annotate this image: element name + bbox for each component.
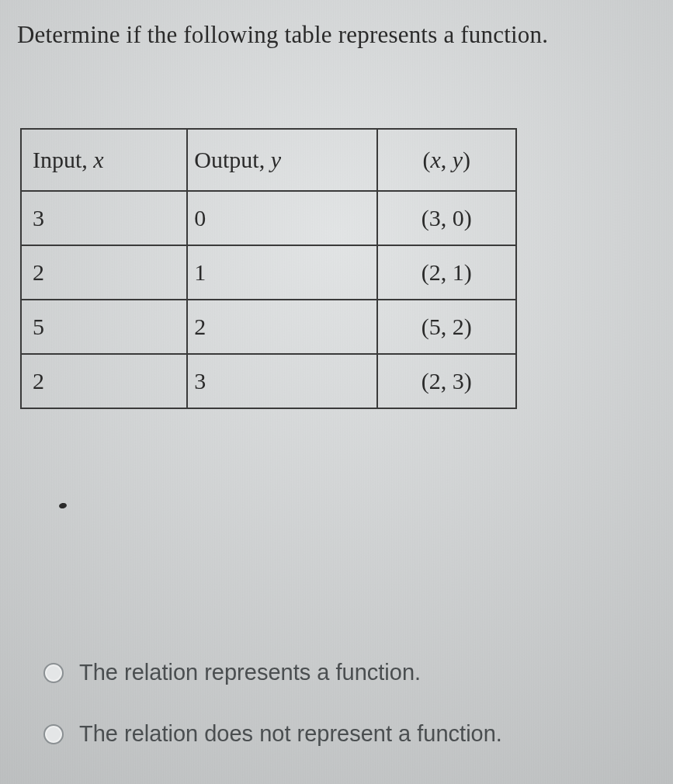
cell-xy: (2, 3) bbox=[377, 354, 516, 408]
io-table: Input, x Output, y (x, y) 3 0 (3, 0) 2 1… bbox=[20, 128, 517, 409]
option-b[interactable]: The relation does not represent a functi… bbox=[43, 721, 657, 747]
cell-y: 2 bbox=[187, 300, 376, 354]
cell-x: 3 bbox=[21, 191, 187, 245]
header-input-x: Input, x bbox=[21, 129, 187, 191]
stray-mark bbox=[58, 502, 67, 509]
cell-xy: (2, 1) bbox=[377, 245, 516, 300]
option-b-label: The relation does not represent a functi… bbox=[79, 721, 502, 747]
radio-icon[interactable] bbox=[43, 663, 64, 683]
header-output-y: Output, y bbox=[187, 129, 376, 191]
cell-y: 1 bbox=[187, 245, 376, 300]
option-a-label: The relation represents a function. bbox=[79, 660, 421, 685]
cell-xy: (3, 0) bbox=[377, 191, 516, 245]
header-pair-xy: (x, y) bbox=[377, 129, 516, 191]
cell-xy: (5, 2) bbox=[377, 300, 516, 354]
radio-icon[interactable] bbox=[43, 724, 64, 744]
answer-options: The relation represents a function. The … bbox=[43, 624, 657, 747]
table-row: 5 2 (5, 2) bbox=[21, 300, 516, 354]
cell-x: 2 bbox=[21, 354, 187, 408]
table-header-row: Input, x Output, y (x, y) bbox=[21, 129, 516, 191]
cell-y: 0 bbox=[187, 191, 376, 245]
cell-y: 3 bbox=[187, 354, 376, 408]
option-a[interactable]: The relation represents a function. bbox=[43, 660, 657, 685]
question-prompt: Determine if the following table represe… bbox=[17, 20, 657, 50]
table-row: 2 3 (2, 3) bbox=[21, 354, 516, 408]
table-row: 3 0 (3, 0) bbox=[21, 191, 516, 245]
cell-x: 2 bbox=[21, 245, 187, 300]
cell-x: 5 bbox=[21, 300, 187, 354]
table-row: 2 1 (2, 1) bbox=[21, 245, 516, 300]
